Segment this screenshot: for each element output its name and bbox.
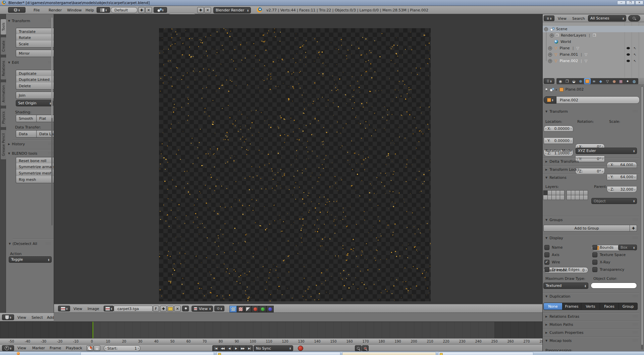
duplication-verts-button[interactable]: Verts — [581, 303, 600, 310]
panel-grip[interactable]: :::: — [633, 322, 638, 326]
rotation-mode-dropdown[interactable]: XYZ Euler — [576, 148, 637, 154]
visibility-eye-icon[interactable] — [627, 47, 630, 49]
layer-cell[interactable] — [560, 190, 565, 195]
outliner-row-renderlayers[interactable]: + ❐ RenderLayers | ❐ — [543, 32, 644, 39]
symmetrize-armature-button[interactable]: Symmetrize armature — [16, 163, 59, 170]
checkbox-icon[interactable] — [544, 245, 549, 250]
editor-type-button[interactable] — [58, 306, 70, 311]
delete-keyframe-button[interactable]: ✕ — [362, 345, 369, 351]
layer-cell[interactable] — [547, 195, 552, 200]
taskbar-item[interactable] — [80, 352, 214, 355]
layer-cell[interactable] — [543, 190, 548, 195]
checkbox-icon[interactable] — [544, 267, 549, 272]
scene-selector-button[interactable] — [154, 7, 167, 13]
taskbar-app-icon[interactable] — [17, 352, 20, 355]
panel-grip[interactable]: :::: — [633, 339, 638, 342]
panel-header-blendo-tools[interactable]: ▼BLENDO tools — [8, 151, 37, 156]
taskbar-item[interactable] — [342, 352, 436, 355]
mirror-button[interactable]: Mirror — [16, 50, 59, 57]
checkbox-xray[interactable]: X-Ray — [592, 260, 610, 265]
taskbar-item[interactable] — [438, 352, 533, 355]
add-scene-button[interactable]: ✚ — [197, 7, 204, 13]
panel-header-deselect-all[interactable]: ▼(De)select All — [9, 242, 37, 246]
menu-view[interactable]: View — [558, 16, 567, 21]
breadcrumb-object-name[interactable]: Plane.002 — [566, 87, 584, 92]
tab-physics[interactable]: Physics — [0, 108, 6, 128]
tab-physics[interactable]: ◍ — [631, 78, 638, 84]
checkbox-icon[interactable] — [592, 252, 597, 257]
visibility-eye-icon[interactable] — [627, 60, 630, 62]
menu-select[interactable]: Select — [32, 315, 43, 320]
panel-header-transform[interactable]: ▼Transform — [545, 109, 568, 114]
collapse-icon[interactable]: − — [544, 27, 548, 31]
next-keyframe-button[interactable]: ▶▶ — [239, 345, 246, 352]
panel-grip[interactable]: :::: — [633, 109, 638, 113]
duplication-frames-button[interactable]: Frames — [562, 303, 581, 310]
menu-view[interactable]: View — [17, 346, 26, 350]
outliner-row-plane-001[interactable]: + ▽ Plane.001 | ▽ ↖ — [543, 51, 644, 58]
tab-texture[interactable]: ▦ — [618, 78, 624, 84]
menu-marker[interactable]: Marker — [32, 346, 45, 350]
play-reverse-button[interactable]: ◀ — [226, 345, 233, 352]
checkbox-draw-all-edges[interactable]: Draw All Edges — [544, 267, 580, 272]
channel-color-alpha-button[interactable] — [229, 306, 237, 312]
jump-to-start-button[interactable]: |◀ — [212, 345, 219, 352]
checkbox-icon[interactable] — [592, 260, 597, 265]
menu-image[interactable]: Image — [88, 307, 99, 311]
scrollbar-thumb[interactable] — [51, 17, 53, 118]
bounds-type-dropdown[interactable]: Box — [618, 245, 637, 250]
outliner-row-plane[interactable]: + ▽ Plane | ▽ ↖ — [543, 45, 644, 51]
checkbox-texture-space[interactable]: Texture Space — [592, 252, 626, 257]
panel-grip[interactable]: :::: — [46, 242, 51, 245]
checkbox-icon[interactable] — [592, 267, 597, 272]
menu-file[interactable]: File — [34, 8, 40, 12]
tab-render[interactable]: ◉ — [557, 78, 564, 84]
parent-type-dropdown[interactable]: Object — [591, 198, 637, 204]
layer-cell[interactable] — [567, 190, 571, 195]
layers-grid-left[interactable] — [543, 191, 565, 200]
duplication-faces-button[interactable]: Faces — [600, 303, 619, 310]
selectability-cursor-icon[interactable]: ↖ — [634, 53, 636, 56]
panel-header-custom-properties[interactable]: ▶Custom Properties — [545, 331, 583, 335]
delete-scene-button[interactable]: ✕ — [204, 7, 211, 13]
panel-grip[interactable]: :::: — [633, 167, 638, 171]
maximize-button[interactable]: ❐ — [626, 1, 635, 5]
panel-header-relations-extras[interactable]: ▶Relations Extras — [545, 314, 579, 319]
checkbox-bounds[interactable]: Bounds — [592, 245, 613, 250]
tab-animation[interactable]: Animation — [0, 82, 6, 106]
menu-render[interactable]: Render — [49, 8, 62, 12]
tab-scene[interactable]: ◒ — [571, 78, 577, 84]
panel-grip[interactable]: :::: — [633, 236, 638, 239]
insert-keyframe-button[interactable] — [355, 345, 362, 351]
fake-user-button[interactable]: F — [153, 306, 159, 312]
panel-header-motion-paths[interactable]: ▶Motion Paths — [545, 322, 573, 327]
editor-type-button[interactable]: i — [8, 7, 25, 13]
expand-icon[interactable]: + — [548, 53, 552, 57]
layer-cell[interactable] — [571, 190, 576, 195]
pin-button[interactable] — [182, 306, 189, 311]
checkbox-axis[interactable]: Axis — [544, 252, 559, 257]
layer-cell[interactable] — [583, 190, 588, 195]
scrollbar-thumb[interactable] — [641, 87, 643, 345]
location-x-field[interactable]: X:0.00000 — [544, 125, 573, 132]
duplication-none-button[interactable]: None — [544, 303, 562, 310]
panel-header-history[interactable]: ▶History — [8, 142, 25, 146]
checkbox-transparency[interactable]: Transparency — [592, 267, 624, 272]
tab-relations[interactable]: Relations — [0, 57, 6, 80]
pivot-dropdown[interactable]: ⊙ — [214, 306, 224, 311]
render-engine-dropdown[interactable]: Blender Render — [213, 7, 251, 13]
expand-icon[interactable]: + — [548, 59, 552, 63]
object-color-swatch[interactable] — [591, 283, 637, 289]
channel-blue-button[interactable] — [266, 306, 274, 312]
menu-help[interactable]: Help — [86, 8, 94, 12]
layer-cell[interactable] — [571, 195, 576, 200]
close-button[interactable]: ✕ — [635, 1, 643, 5]
tab-constraints[interactable]: ∞ — [591, 78, 597, 84]
tab-material[interactable]: ● — [611, 78, 618, 84]
duplication-group-button[interactable]: Group — [619, 303, 637, 310]
scale-button[interactable]: Scale — [16, 41, 59, 48]
delete-button[interactable]: Delete — [16, 83, 59, 90]
outliner-row-scene[interactable]: − Scene — [543, 26, 644, 32]
layer-cell[interactable] — [556, 190, 560, 195]
layer-cell[interactable] — [551, 190, 556, 195]
